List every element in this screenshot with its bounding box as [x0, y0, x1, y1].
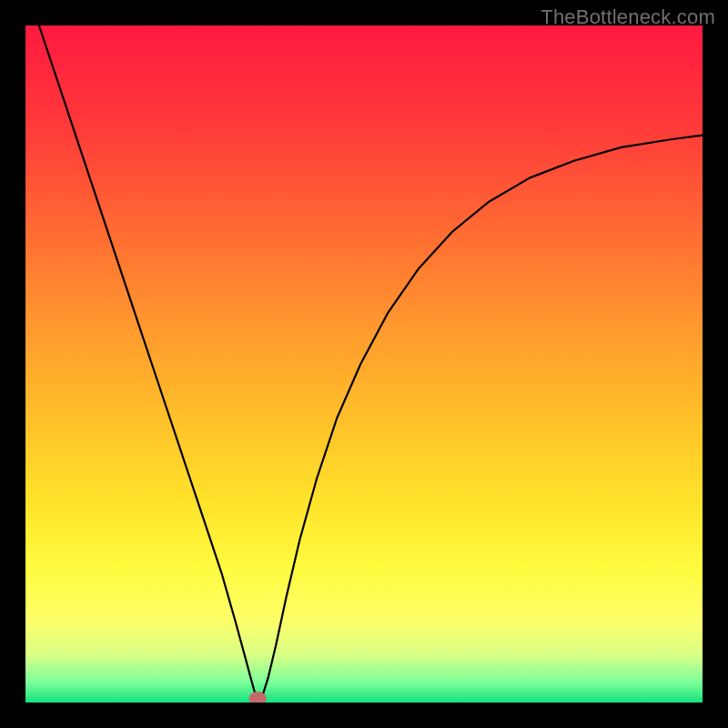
outer-frame: TheBottleneck.com	[0, 0, 728, 728]
curve-layer	[25, 25, 703, 703]
bottleneck-curve	[39, 25, 703, 702]
watermark-text: TheBottleneck.com	[541, 5, 715, 29]
plot-area	[25, 25, 703, 703]
